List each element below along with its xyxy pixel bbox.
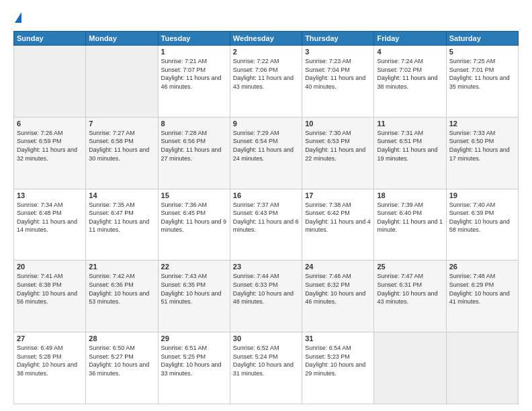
calendar-day-header: Monday [86, 32, 158, 46]
calendar-day-header: Wednesday [230, 32, 302, 46]
day-info: Sunrise: 6:52 AM Sunset: 5:24 PM Dayligh… [233, 344, 299, 377]
calendar-cell [14, 46, 86, 118]
page: SundayMondayTuesdayWednesdayThursdayFrid… [0, 0, 532, 411]
calendar-cell: 2Sunrise: 7:22 AM Sunset: 7:06 PM Daylig… [230, 46, 302, 118]
day-number: 22 [161, 263, 227, 271]
day-number: 25 [377, 263, 443, 271]
day-info: Sunrise: 7:40 AM Sunset: 6:39 PM Dayligh… [449, 201, 515, 234]
day-info: Sunrise: 7:27 AM Sunset: 6:58 PM Dayligh… [89, 129, 154, 163]
day-number: 21 [89, 263, 154, 271]
day-info: Sunrise: 7:22 AM Sunset: 7:06 PM Dayligh… [233, 57, 299, 91]
day-number: 23 [233, 263, 299, 271]
header [13, 12, 519, 24]
day-info: Sunrise: 7:46 AM Sunset: 6:32 PM Dayligh… [305, 272, 371, 306]
calendar-cell: 6Sunrise: 7:26 AM Sunset: 6:59 PM Daylig… [14, 117, 86, 189]
calendar-day-header: Saturday [446, 32, 518, 46]
calendar-cell: 13Sunrise: 7:34 AM Sunset: 6:48 PM Dayli… [14, 189, 86, 261]
day-number: 10 [305, 120, 371, 128]
calendar-cell: 9Sunrise: 7:29 AM Sunset: 6:54 PM Daylig… [230, 117, 302, 189]
calendar-cell: 23Sunrise: 7:44 AM Sunset: 6:33 PM Dayli… [230, 261, 302, 332]
calendar-cell: 19Sunrise: 7:40 AM Sunset: 6:39 PM Dayli… [446, 189, 518, 261]
day-info: Sunrise: 7:30 AM Sunset: 6:53 PM Dayligh… [305, 129, 371, 163]
day-info: Sunrise: 6:54 AM Sunset: 5:23 PM Dayligh… [305, 344, 371, 377]
calendar-day-header: Thursday [302, 32, 374, 46]
calendar-week-row: 20Sunrise: 7:41 AM Sunset: 6:38 PM Dayli… [14, 261, 519, 332]
calendar-cell: 17Sunrise: 7:38 AM Sunset: 6:42 PM Dayli… [302, 189, 374, 261]
day-info: Sunrise: 7:23 AM Sunset: 7:04 PM Dayligh… [305, 57, 371, 91]
calendar-week-row: 27Sunrise: 6:49 AM Sunset: 5:28 PM Dayli… [14, 332, 519, 404]
calendar-cell [86, 46, 158, 118]
day-number: 15 [161, 191, 227, 199]
day-info: Sunrise: 7:33 AM Sunset: 6:50 PM Dayligh… [449, 129, 515, 163]
day-info: Sunrise: 7:41 AM Sunset: 6:38 PM Dayligh… [17, 272, 83, 306]
calendar-day-header: Sunday [14, 32, 86, 46]
day-number: 29 [161, 334, 227, 342]
calendar-cell: 15Sunrise: 7:36 AM Sunset: 6:45 PM Dayli… [158, 189, 230, 261]
calendar-cell: 22Sunrise: 7:43 AM Sunset: 6:35 PM Dayli… [158, 261, 230, 332]
day-number: 13 [17, 191, 83, 199]
logo-triangle-icon [15, 12, 21, 23]
calendar-header-row: SundayMondayTuesdayWednesdayThursdayFrid… [14, 32, 519, 46]
day-info: Sunrise: 7:47 AM Sunset: 6:31 PM Dayligh… [377, 272, 443, 306]
calendar-cell: 27Sunrise: 6:49 AM Sunset: 5:28 PM Dayli… [14, 332, 86, 404]
calendar-cell: 26Sunrise: 7:48 AM Sunset: 6:29 PM Dayli… [446, 261, 518, 332]
day-number: 1 [161, 48, 227, 56]
day-number: 14 [89, 191, 154, 199]
calendar-cell: 25Sunrise: 7:47 AM Sunset: 6:31 PM Dayli… [374, 261, 446, 332]
day-number: 18 [377, 191, 443, 199]
day-info: Sunrise: 6:49 AM Sunset: 5:28 PM Dayligh… [17, 344, 83, 377]
day-info: Sunrise: 7:28 AM Sunset: 6:56 PM Dayligh… [161, 129, 227, 163]
calendar-cell: 16Sunrise: 7:37 AM Sunset: 6:43 PM Dayli… [230, 189, 302, 261]
day-info: Sunrise: 6:51 AM Sunset: 5:25 PM Dayligh… [161, 344, 227, 377]
day-number: 11 [377, 120, 443, 128]
day-info: Sunrise: 7:43 AM Sunset: 6:35 PM Dayligh… [161, 272, 227, 306]
day-number: 19 [449, 191, 515, 199]
day-info: Sunrise: 7:36 AM Sunset: 6:45 PM Dayligh… [161, 201, 227, 234]
logo [13, 12, 21, 24]
day-number: 3 [305, 48, 371, 56]
day-info: Sunrise: 7:24 AM Sunset: 7:02 PM Dayligh… [377, 57, 443, 91]
day-number: 6 [17, 120, 83, 128]
calendar-cell: 28Sunrise: 6:50 AM Sunset: 5:27 PM Dayli… [86, 332, 158, 404]
calendar-cell [446, 332, 518, 404]
day-info: Sunrise: 7:31 AM Sunset: 6:51 PM Dayligh… [377, 129, 443, 163]
calendar-cell: 8Sunrise: 7:28 AM Sunset: 6:56 PM Daylig… [158, 117, 230, 189]
day-number: 20 [17, 263, 83, 271]
day-number: 5 [449, 48, 515, 56]
day-number: 16 [233, 191, 299, 199]
day-number: 8 [161, 120, 227, 128]
calendar-cell: 7Sunrise: 7:27 AM Sunset: 6:58 PM Daylig… [86, 117, 158, 189]
day-info: Sunrise: 7:37 AM Sunset: 6:43 PM Dayligh… [233, 201, 299, 234]
calendar-cell: 21Sunrise: 7:42 AM Sunset: 6:36 PM Dayli… [86, 261, 158, 332]
calendar-cell: 3Sunrise: 7:23 AM Sunset: 7:04 PM Daylig… [302, 46, 374, 118]
day-info: Sunrise: 7:38 AM Sunset: 6:42 PM Dayligh… [305, 201, 371, 234]
calendar-cell: 14Sunrise: 7:35 AM Sunset: 6:47 PM Dayli… [86, 189, 158, 261]
calendar-table: SundayMondayTuesdayWednesdayThursdayFrid… [13, 31, 519, 404]
calendar-cell: 29Sunrise: 6:51 AM Sunset: 5:25 PM Dayli… [158, 332, 230, 404]
calendar-cell: 18Sunrise: 7:39 AM Sunset: 6:40 PM Dayli… [374, 189, 446, 261]
calendar-body: 1Sunrise: 7:21 AM Sunset: 7:07 PM Daylig… [14, 46, 519, 404]
day-info: Sunrise: 7:25 AM Sunset: 7:01 PM Dayligh… [449, 57, 515, 91]
day-number: 9 [233, 120, 299, 128]
day-number: 30 [233, 334, 299, 342]
day-info: Sunrise: 7:39 AM Sunset: 6:40 PM Dayligh… [377, 201, 443, 234]
calendar-cell: 20Sunrise: 7:41 AM Sunset: 6:38 PM Dayli… [14, 261, 86, 332]
day-number: 27 [17, 334, 83, 342]
day-info: Sunrise: 7:35 AM Sunset: 6:47 PM Dayligh… [89, 201, 154, 234]
day-number: 4 [377, 48, 443, 56]
day-number: 28 [89, 334, 154, 342]
calendar-cell: 1Sunrise: 7:21 AM Sunset: 7:07 PM Daylig… [158, 46, 230, 118]
day-info: Sunrise: 7:42 AM Sunset: 6:36 PM Dayligh… [89, 272, 154, 306]
calendar-week-row: 1Sunrise: 7:21 AM Sunset: 7:07 PM Daylig… [14, 46, 519, 118]
calendar-day-header: Tuesday [158, 32, 230, 46]
day-info: Sunrise: 7:26 AM Sunset: 6:59 PM Dayligh… [17, 129, 83, 163]
calendar-cell [374, 332, 446, 404]
day-number: 24 [305, 263, 371, 271]
day-number: 12 [449, 120, 515, 128]
day-number: 17 [305, 191, 371, 199]
calendar-cell: 4Sunrise: 7:24 AM Sunset: 7:02 PM Daylig… [374, 46, 446, 118]
calendar-week-row: 6Sunrise: 7:26 AM Sunset: 6:59 PM Daylig… [14, 117, 519, 189]
day-info: Sunrise: 7:44 AM Sunset: 6:33 PM Dayligh… [233, 272, 299, 306]
calendar-cell: 30Sunrise: 6:52 AM Sunset: 5:24 PM Dayli… [230, 332, 302, 404]
day-info: Sunrise: 7:48 AM Sunset: 6:29 PM Dayligh… [449, 272, 515, 306]
